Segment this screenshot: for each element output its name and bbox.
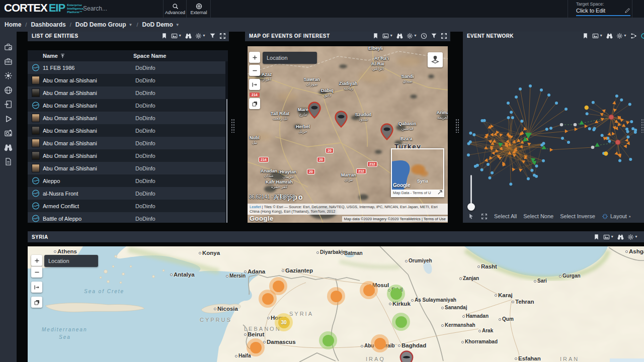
filter-icon[interactable] <box>209 33 216 39</box>
inset-expand-icon[interactable] <box>438 190 442 195</box>
scrollbar-track[interactable] <box>225 61 228 223</box>
bookmark-icon[interactable] <box>582 33 589 39</box>
clock-icon[interactable] <box>421 33 427 39</box>
event-pin-marker[interactable] <box>335 111 348 128</box>
table-row[interactable]: AleppoDoDinfo <box>28 174 228 187</box>
docarrow-icon[interactable] <box>4 100 13 109</box>
table-row[interactable]: Abu Omar al-ShishaniDoDinfo <box>28 99 228 112</box>
events-map[interactable]: ElbeyliAzazاعزازSawranصورانZiadiyahزيادي… <box>248 46 448 223</box>
image-icon[interactable]: ▼ <box>603 234 614 240</box>
doc-icon[interactable] <box>4 157 13 166</box>
measure-tool-button[interactable] <box>31 282 42 293</box>
table-row[interactable]: 11 FEB 1986DoDinfo <box>28 61 228 74</box>
select-none-button[interactable]: Select None <box>523 213 553 219</box>
image-icon[interactable]: ▼ <box>171 33 182 39</box>
zoom-out-button[interactable] <box>31 266 42 278</box>
gear-icon[interactable]: ▼ <box>407 33 417 39</box>
zoom-in-button[interactable] <box>249 52 260 63</box>
external-button[interactable]: External <box>187 0 210 18</box>
cortex-logo[interactable]: CORTEX EIP EnterpriseIntelligencePlatfor… <box>4 2 84 15</box>
table-row[interactable]: Abu Omar al-ShishaniDoDinfo <box>28 162 228 174</box>
basemap-layers-button[interactable] <box>428 52 443 67</box>
breadcrumb-item[interactable]: Dashboards <box>31 21 65 28</box>
layers-button[interactable] <box>249 98 260 109</box>
table-row[interactable]: Battle of AleppoDoDinfo <box>28 212 228 223</box>
syria-map[interactable]: AthensKonyaAntalyaMersinAdanaGaziantepDi… <box>28 246 644 362</box>
zoom-out-button[interactable] <box>249 65 260 76</box>
fit-view-icon[interactable] <box>481 213 488 220</box>
search-input[interactable] <box>83 3 158 14</box>
cluster-marker[interactable] <box>327 287 345 305</box>
measure-tool-button[interactable] <box>249 79 260 90</box>
event-pin-marker[interactable] <box>399 350 414 362</box>
briefcase-icon[interactable] <box>4 57 13 66</box>
sun-icon[interactable] <box>4 71 13 80</box>
table-row[interactable]: Abu Omar al-ShishaniDoDinfo <box>28 149 228 162</box>
location-search-input[interactable] <box>44 255 98 267</box>
binoculars-icon[interactable] <box>617 234 624 240</box>
network-graph[interactable] <box>463 43 644 209</box>
play-icon[interactable] <box>4 115 13 123</box>
camera-icon[interactable] <box>4 129 13 137</box>
select-inverse-button[interactable]: Select Inverse <box>560 213 595 219</box>
gear-icon[interactable]: ▼ <box>627 234 638 240</box>
location-search-input[interactable] <box>263 52 317 64</box>
cluster-marker[interactable] <box>371 334 389 352</box>
zoom-slider-track[interactable] <box>470 175 472 206</box>
cluster-marker[interactable] <box>387 285 405 303</box>
select-all-button[interactable]: Select All <box>494 213 517 219</box>
panel-resize-handle[interactable] <box>455 119 459 133</box>
event-pin-marker[interactable] <box>380 123 393 140</box>
table-row[interactable]: Abu Omar al-ShishaniDoDinfo <box>28 112 228 124</box>
expand-icon[interactable] <box>441 33 447 39</box>
pencil-icon[interactable] <box>624 8 630 14</box>
panel-resize-handle[interactable] <box>231 119 235 133</box>
image-icon[interactable]: ▼ <box>382 33 393 39</box>
cluster-marker[interactable] <box>247 338 265 356</box>
gear-icon[interactable]: ▼ <box>616 33 627 39</box>
table-row[interactable]: al-Nusra FrontDoDinfo <box>28 187 228 200</box>
table-row[interactable]: Abu Omar al-ShishaniDoDinfo <box>28 74 228 86</box>
breadcrumb-item[interactable]: DoD Demo Group▼ <box>75 21 133 28</box>
gear-icon[interactable]: ▼ <box>195 33 206 39</box>
table-row[interactable]: Abu Omar al-ShishaniDoDinfo <box>28 124 228 137</box>
breadcrumb-item[interactable]: Home <box>5 21 21 28</box>
layout-button[interactable]: Layout ▴ <box>602 213 631 220</box>
table-row[interactable]: Abu Omar al-ShishaniDoDinfo <box>28 137 228 149</box>
table-row[interactable]: Abu Omar al-ShishaniDoDinfo <box>28 86 228 99</box>
cluster-marker[interactable] <box>392 313 410 331</box>
overview-inset-map[interactable]: Syria Google Map Data - Terms of U <box>391 148 444 197</box>
cluster-marker[interactable]: 30 <box>275 313 293 331</box>
breadcrumb-item[interactable]: DoD Demo▼ <box>142 21 179 28</box>
target-space-value[interactable]: Click to Edit <box>576 8 605 14</box>
globe3-icon[interactable] <box>4 86 13 95</box>
bookmark-icon[interactable] <box>372 33 379 39</box>
table-row[interactable]: Armed ConflictDoDinfo <box>28 200 228 212</box>
column-space-name[interactable]: Space Name <box>133 53 166 59</box>
panel-resize-handle[interactable] <box>641 119 644 133</box>
layers-button[interactable] <box>31 297 42 308</box>
filter-icon[interactable] <box>431 33 437 39</box>
binoculars-icon[interactable] <box>606 33 613 39</box>
event-pin-marker[interactable] <box>308 102 321 119</box>
binoculars-icon[interactable] <box>4 143 13 152</box>
bookmark-icon[interactable] <box>161 33 168 39</box>
image-icon[interactable]: ▼ <box>592 33 603 39</box>
column-name[interactable]: Name <box>28 53 133 59</box>
zoom-in-button[interactable] <box>31 255 42 266</box>
target-space[interactable]: Target Space: Click to Edit <box>576 2 630 16</box>
advanced-search-button[interactable]: Advanced <box>164 0 186 18</box>
scrollbar-thumb[interactable] <box>226 99 227 223</box>
binoculars-icon[interactable] <box>185 33 192 39</box>
refresh-icon[interactable] <box>640 33 644 39</box>
zoom-slider-handle[interactable] <box>467 203 475 211</box>
branch-icon[interactable] <box>630 33 637 39</box>
pointer-tool-icon[interactable] <box>468 213 474 220</box>
binoculars-icon[interactable] <box>396 33 403 39</box>
bookmark-icon[interactable] <box>593 234 600 240</box>
cluster-marker[interactable] <box>259 290 277 308</box>
cluster-marker[interactable] <box>360 281 378 299</box>
expand-icon[interactable] <box>219 33 226 39</box>
cluster-marker[interactable] <box>319 331 337 349</box>
toolbox-icon[interactable] <box>4 43 13 51</box>
